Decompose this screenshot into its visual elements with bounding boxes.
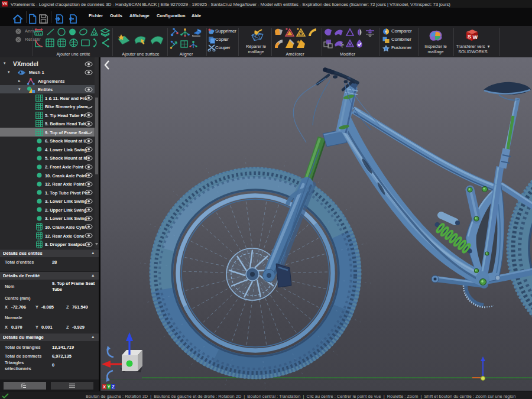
svg-text:W: W: [473, 34, 478, 40]
svg-text:Y: Y: [108, 385, 111, 389]
svg-text:Z: Z: [112, 385, 115, 389]
svg-text:S: S: [468, 34, 471, 40]
svg-text:X: X: [103, 385, 106, 389]
